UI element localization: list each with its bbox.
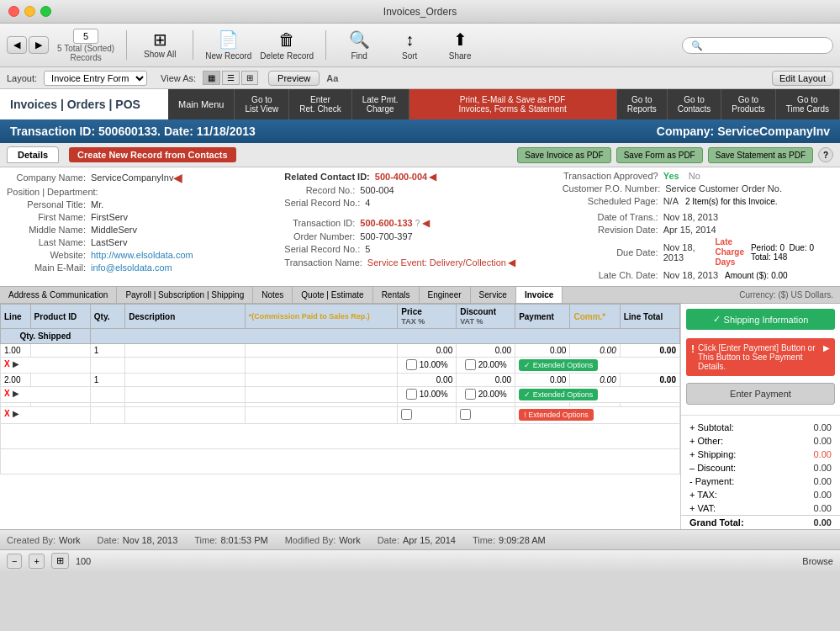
toolbar: ◀ ▶ 5 5 Total (Sorted) Records ⊞ Show Al…	[0, 24, 840, 67]
create-record-button[interactable]: Create New Record from Contacts	[69, 147, 236, 162]
nav-products[interactable]: Go toProducts	[721, 89, 775, 119]
zoom-out-button[interactable]: −	[7, 554, 22, 569]
tab-rentals[interactable]: Rentals	[373, 287, 420, 303]
record-number[interactable]: 5	[73, 29, 98, 44]
nav-reports[interactable]: Go toReports	[617, 89, 668, 119]
save-statement-pdf-button[interactable]: Save Statement as PDF	[708, 147, 813, 163]
website-row: Website: http://www.elsoldata.com	[7, 250, 277, 260]
new-record-icon: 📄	[218, 29, 239, 50]
expand-row-1[interactable]: ▶	[13, 359, 19, 369]
minimize-button[interactable]	[24, 6, 35, 17]
delete-row-2[interactable]: X	[4, 389, 10, 398]
cell-line-1: 1.00	[1, 344, 31, 358]
first-name-value: FirstServ	[91, 212, 128, 222]
col-qty-shipped: Qty. Shipped	[1, 329, 91, 344]
col-description: Description	[125, 305, 245, 329]
new-record-button[interactable]: 📄 New Record	[205, 29, 251, 61]
expand-row-3[interactable]: ▶	[13, 409, 19, 418]
mod-time-field: Time: 9:09:28 AM	[473, 535, 546, 545]
details-form: Company Name: ServiceCompanyInv ◀ Positi…	[0, 167, 840, 286]
view-list-button[interactable]: ☰	[222, 71, 240, 85]
layout-select[interactable]: Invoice Entry Form	[44, 71, 147, 86]
cell-line-total-2: 0.00	[620, 374, 679, 387]
window-title: Invoices_Orders	[383, 6, 457, 18]
help-button[interactable]: ?	[818, 147, 833, 162]
vat-check-2[interactable]	[465, 389, 476, 400]
details-tab[interactable]: Details	[7, 146, 59, 163]
tab-service[interactable]: Service	[471, 287, 516, 303]
tab-notes[interactable]: Notes	[253, 287, 293, 303]
sort-button[interactable]: ↕ Sort	[388, 30, 431, 61]
col-discount: DiscountVAT %	[457, 305, 515, 329]
serial-record-row: Serial Record No.: 4	[284, 198, 555, 208]
save-invoice-pdf-button[interactable]: Save Invoice as PDF	[517, 147, 610, 163]
first-name-row: First Name: FirstServ	[7, 212, 277, 222]
items-label: 2 Item(s) for this Invoice.	[685, 197, 777, 206]
back-button[interactable]: ◀	[7, 36, 27, 54]
table-row-2: 2.00 1 0.00 0.00 0.00 0.00 0.00	[1, 374, 680, 387]
save-form-pdf-button[interactable]: Save Form as PDF	[616, 147, 703, 163]
tab-engineer[interactable]: Engineer	[420, 287, 471, 303]
date-label: Date:	[98, 535, 119, 545]
expand-row-2[interactable]: ▶	[13, 389, 19, 398]
nav-contacts[interactable]: Go toContacts	[668, 89, 721, 119]
created-by-label: Created By:	[7, 535, 55, 545]
nav-late-pmt[interactable]: Late Pmt.Charge	[352, 89, 409, 119]
view-form-button[interactable]: ▦	[203, 71, 220, 85]
delete-record-button[interactable]: 🗑 Delete Record	[260, 30, 314, 61]
extended-options-1[interactable]: ✓ Extended Options	[519, 359, 598, 371]
payment-warn-button[interactable]: ! Click [Enter Payment] Button or This B…	[686, 338, 835, 376]
share-button[interactable]: ⬆ Share	[439, 29, 481, 61]
extended-options-2[interactable]: ✓ Extended Options	[519, 389, 598, 400]
due-date-row: Due Date: Nov 18, 2013 LateChargeDays Pe…	[563, 237, 833, 268]
nav-time-cards[interactable]: Go toTime Cards	[776, 89, 840, 119]
view-table-button[interactable]: ⊞	[241, 71, 258, 85]
zoom-in-button[interactable]: +	[29, 554, 44, 569]
tab-address[interactable]: Address & Communication	[0, 287, 117, 303]
show-all-button[interactable]: ⊞ Show All	[139, 31, 181, 59]
amount-label: Amount ($): 0.00	[725, 271, 788, 280]
preview-button[interactable]: Preview	[268, 71, 320, 86]
col-line-total: Line Total	[620, 305, 679, 329]
tax-check-3[interactable]	[401, 409, 412, 420]
tab-payroll[interactable]: Payroll | Subscription | Shipping	[117, 287, 253, 303]
related-contact-value: 500-400-004	[375, 172, 427, 182]
edit-layout-button[interactable]: Edit Layout	[772, 71, 833, 86]
tax-check-2[interactable]	[406, 389, 417, 400]
enter-payment-button[interactable]: Enter Payment	[686, 383, 835, 405]
maximize-button[interactable]	[40, 6, 51, 17]
cell-empty-7	[90, 407, 125, 424]
delete-row-1[interactable]: X	[4, 359, 10, 369]
nav-ret-check[interactable]: EnterRet. Check	[289, 89, 351, 119]
find-button[interactable]: 🔍 Find	[338, 29, 380, 61]
fit-button[interactable]: ⊞	[51, 553, 69, 569]
show-all-icon: ⊞	[153, 31, 167, 48]
company-name: Company: ServiceCompanyInv	[657, 125, 830, 138]
new-record-label: New Record	[205, 51, 251, 61]
cell-discount-1: 0.00	[457, 344, 515, 358]
records-label: Records	[70, 53, 101, 62]
tax-check-1[interactable]	[406, 359, 417, 370]
tab-invoice[interactable]: Invoice	[516, 287, 563, 303]
payment-label: - Payment:	[689, 476, 734, 486]
delete-row-3[interactable]: X	[4, 409, 10, 418]
date-trans-label: Date of Trans.:	[563, 212, 663, 222]
tab-quote[interactable]: Quote | Estimate	[293, 287, 372, 303]
company-name-row: Company Name: ServiceCompanyInv ◀	[7, 171, 277, 184]
nav-print-email[interactable]: Print, E-Mail & Save as PDFInvoices, For…	[409, 89, 617, 119]
bottom-toolbar: − + ⊞ 100 Browse	[0, 549, 840, 571]
extended-options-3[interactable]: ! Extended Options	[519, 409, 594, 421]
nav-buttons: ◀ ▶	[7, 36, 49, 54]
email-label: Main E-Mail:	[7, 262, 91, 273]
vat-row: + VAT: 0.00	[681, 501, 840, 515]
cell-price-2: 0.00	[398, 374, 457, 387]
search-input[interactable]	[682, 37, 833, 54]
form-top: Company Name: ServiceCompanyInv ◀ Positi…	[7, 171, 833, 283]
close-button[interactable]	[8, 6, 19, 17]
vat-check-1[interactable]	[465, 359, 476, 370]
nav-main-menu[interactable]: Main Menu	[168, 89, 235, 119]
forward-button[interactable]: ▶	[29, 36, 49, 54]
nav-list-view[interactable]: Go toList View	[235, 89, 289, 119]
shipping-button[interactable]: ✓ Shipping Information	[686, 309, 835, 330]
vat-check-3[interactable]	[460, 409, 471, 420]
